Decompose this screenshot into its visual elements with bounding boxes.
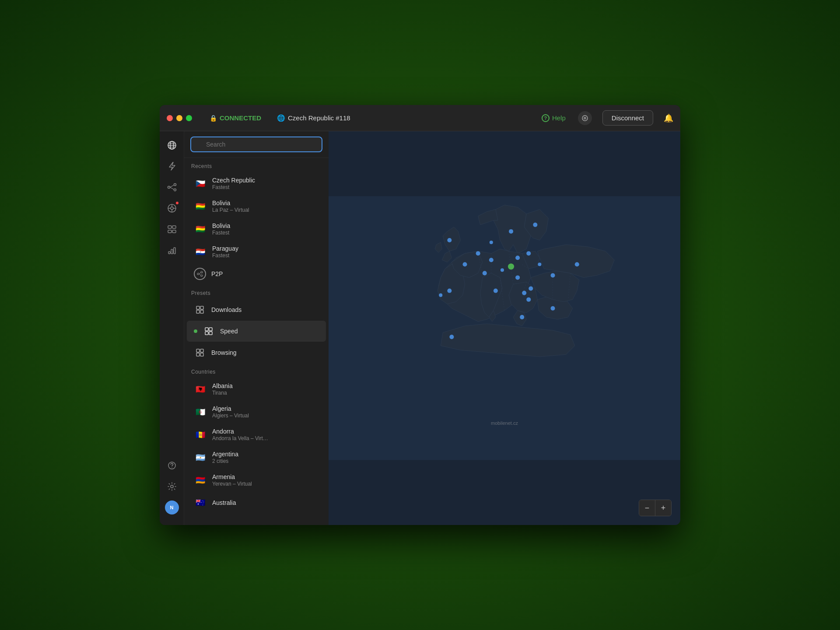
- svg-point-5: [168, 186, 170, 189]
- countries-label: Countries: [184, 364, 329, 378]
- help-label: Help: [552, 114, 566, 122]
- preset-downloads[interactable]: Downloads: [187, 299, 326, 320]
- sidebar-nav: N: [160, 131, 184, 525]
- svg-point-69: [533, 223, 537, 227]
- sidebar-item-stats[interactable]: [163, 242, 181, 259]
- map-area: mobilenet.cz − +: [329, 131, 680, 525]
- connection-status: 🔒 CONNECTED: [210, 114, 261, 122]
- country-algeria[interactable]: 🇩🇿 Algeria Algiers – Virtual: [187, 401, 326, 423]
- bolivia-lp-text: Bolivia La Paz – Virtual: [212, 200, 319, 213]
- country-australia[interactable]: 🇦🇺 Australia: [187, 492, 326, 514]
- armenia-text: Armenia Yerevan – Virtual: [212, 473, 319, 487]
- svg-line-29: [199, 273, 201, 274]
- svg-point-76: [490, 241, 493, 244]
- sidebar-item-meshnet[interactable]: [163, 178, 181, 196]
- vpn-settings-icon[interactable]: [578, 111, 592, 125]
- svg-line-8: [170, 185, 174, 187]
- bolivia-f-text: Bolivia Fastest: [212, 222, 319, 236]
- search-container: 🔍: [184, 131, 329, 158]
- svg-point-61: [508, 263, 514, 270]
- svg-point-65: [551, 306, 555, 311]
- sidebar-item-help[interactable]: [163, 457, 181, 474]
- recent-item-czech[interactable]: 🇨🇿 Czech Republic Fastest: [187, 172, 326, 195]
- zoom-out-button[interactable]: −: [639, 500, 655, 516]
- recent-item-bolivia-lp[interactable]: 🇧🇴 Bolivia La Paz – Virtual: [187, 195, 326, 217]
- country-albania[interactable]: 🇦🇱 Albania Tirana: [187, 378, 326, 400]
- maximize-button[interactable]: [186, 115, 192, 121]
- bolivia-lp-sub: La Paz – Virtual: [212, 207, 319, 213]
- downloads-preset-icon: [194, 304, 206, 316]
- czech-flag: 🇨🇿: [194, 177, 207, 190]
- albania-flag: 🇦🇱: [194, 383, 207, 396]
- svg-rect-19: [172, 230, 176, 233]
- svg-point-1: [584, 117, 586, 119]
- svg-point-24: [172, 467, 172, 468]
- bolivia-lp-flag: 🇧🇴: [194, 200, 207, 213]
- svg-rect-20: [168, 252, 170, 254]
- svg-rect-42: [200, 353, 203, 356]
- sidebar-item-split-tunneling[interactable]: [163, 220, 181, 238]
- albania-text: Albania Tirana: [212, 382, 319, 396]
- andorra-flag: 🇦🇩: [194, 428, 207, 441]
- algeria-flag: 🇩🇿: [194, 406, 207, 419]
- svg-point-11: [171, 207, 173, 210]
- argentina-name: Argentina: [212, 451, 319, 458]
- svg-line-9: [170, 187, 174, 189]
- albania-name: Albania: [212, 382, 319, 389]
- notification-bell-icon[interactable]: 🔔: [664, 113, 673, 123]
- speed-text: Speed: [220, 328, 319, 335]
- preset-browsing[interactable]: Browsing: [187, 342, 326, 363]
- armenia-name: Armenia: [212, 473, 319, 480]
- bolivia-lp-name: Bolivia: [212, 200, 319, 206]
- sidebar-item-flash[interactable]: [163, 158, 181, 175]
- sidebar-item-threat-protection[interactable]: [163, 200, 181, 217]
- browsing-text: Browsing: [211, 349, 319, 356]
- close-button[interactable]: [167, 115, 173, 121]
- bolivia-f-flag: 🇧🇴: [194, 223, 207, 236]
- svg-point-73: [515, 275, 520, 280]
- speed-name: Speed: [220, 328, 319, 335]
- recent-item-bolivia-f[interactable]: 🇧🇴 Bolivia Fastest: [187, 218, 326, 240]
- recent-item-p2p[interactable]: P2P: [187, 263, 326, 284]
- svg-rect-17: [172, 226, 176, 228]
- australia-flag: 🇦🇺: [194, 496, 207, 509]
- titlebar: 🔒 CONNECTED 🌐 Czech Republic #118 ? Help…: [160, 105, 680, 131]
- disconnect-button[interactable]: Disconnect: [602, 110, 653, 126]
- svg-point-0: [582, 116, 588, 121]
- svg-point-56: [476, 251, 480, 256]
- svg-point-53: [447, 238, 452, 242]
- svg-point-58: [494, 289, 498, 293]
- help-button[interactable]: ? Help: [542, 114, 566, 122]
- svg-point-62: [528, 287, 533, 291]
- sidebar-item-settings[interactable]: [163, 478, 181, 495]
- zoom-in-button[interactable]: +: [655, 500, 671, 516]
- search-input[interactable]: [190, 136, 322, 152]
- main-content: N 🔍 Recents 🇨🇿 Czech Republic F: [160, 131, 680, 525]
- speed-preset-icon: [203, 325, 215, 337]
- sidebar-item-map[interactable]: [163, 136, 181, 154]
- svg-rect-35: [205, 328, 208, 331]
- lock-icon: 🔒: [210, 115, 217, 122]
- preset-speed[interactable]: Speed: [187, 321, 326, 342]
- p2p-name: P2P: [211, 270, 319, 277]
- app-window: 🔒 CONNECTED 🌐 Czech Republic #118 ? Help…: [160, 105, 680, 525]
- svg-rect-41: [196, 353, 200, 356]
- armenia-sub: Yerevan – Virtual: [212, 481, 319, 487]
- country-armenia[interactable]: 🇦🇲 Armenia Yerevan – Virtual: [187, 469, 326, 491]
- recent-item-paraguay[interactable]: 🇵🇾 Paraguay Fastest: [187, 241, 326, 263]
- albania-sub: Tirana: [212, 390, 319, 396]
- svg-rect-40: [200, 349, 203, 352]
- svg-text:mobilenet.cz: mobilenet.cz: [491, 420, 518, 426]
- andorra-text: Andorra Andorra la Vella – Virt…: [212, 428, 319, 441]
- andorra-name: Andorra: [212, 428, 319, 435]
- minimize-button[interactable]: [176, 115, 182, 121]
- svg-rect-21: [171, 249, 173, 254]
- country-andorra[interactable]: 🇦🇩 Andorra Andorra la Vella – Virt…: [187, 424, 326, 446]
- czech-text: Czech Republic Fastest: [212, 177, 319, 190]
- country-argentina[interactable]: 🇦🇷 Argentina 2 cities: [187, 446, 326, 469]
- location-label: Czech Republic #118: [288, 114, 350, 122]
- armenia-flag: 🇦🇲: [194, 474, 207, 487]
- paraguay-name: Paraguay: [212, 245, 319, 252]
- server-list-panel: 🔍 Recents 🇨🇿 Czech Republic Fastest: [184, 131, 329, 525]
- search-wrapper: 🔍: [190, 136, 322, 152]
